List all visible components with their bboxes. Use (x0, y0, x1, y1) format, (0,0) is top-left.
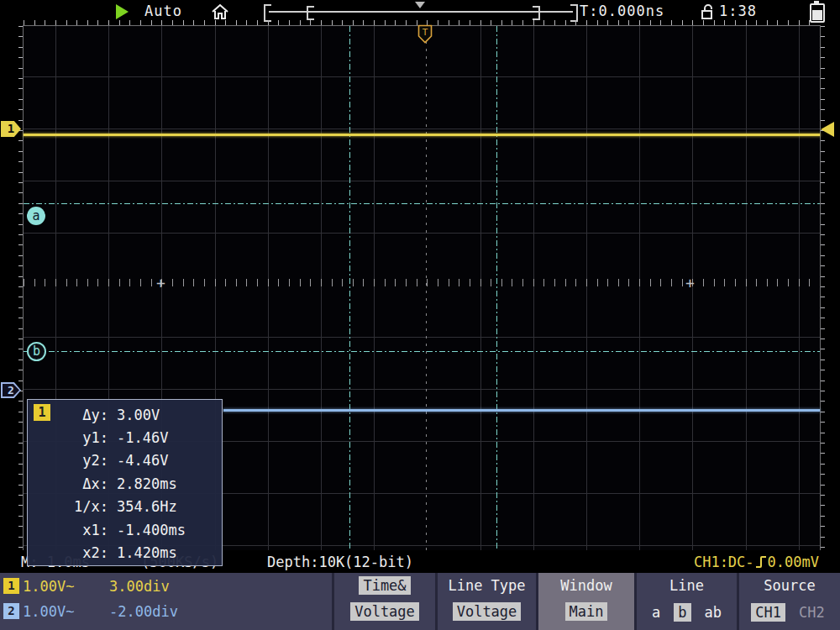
menu-source-option-ch2[interactable]: CH2 (795, 603, 828, 622)
view-window-right-bracket (533, 6, 540, 20)
cursor-measurement-panel: 1 Δy: 3.00V y1: -1.46V y2: -4.46V Δx: 2.… (27, 399, 223, 566)
cursor-row-label: 1/x: (53, 498, 108, 515)
menu-line-option-a[interactable]: a (648, 603, 664, 622)
trigger-flag-icon[interactable]: T (417, 24, 433, 44)
cursor-row-label: x2: (53, 544, 108, 561)
ch2-waveform-trace (223, 409, 820, 412)
cursor-x2-vertical-line[interactable] (496, 26, 497, 551)
rising-edge-icon (754, 554, 768, 570)
menu-line-title: Line (669, 577, 704, 594)
trigger-level-text: 0.00mV (768, 554, 819, 570)
clock-readout: 1:38 (719, 3, 757, 19)
cursor-row-value: 2.820ms (117, 475, 177, 492)
record-depth-readout: Depth:10K(12-bit) (267, 554, 413, 570)
menu-line-option-ab[interactable]: ab (701, 603, 725, 622)
menu-time-voltage-bottom[interactable]: Voltage (350, 602, 419, 621)
cursor-a-horizontal-line[interactable] (24, 203, 820, 204)
cursor-row-value: -1.400ms (117, 522, 186, 538)
cursor-a-badge[interactable]: a (27, 207, 45, 225)
ch1-volts-div: 1.00V~ (23, 578, 74, 595)
ch1-badge[interactable]: 1 (3, 578, 19, 594)
trigger-flag-letter: T (423, 27, 428, 38)
cursor-row-x1: x1: -1.400ms (53, 518, 218, 541)
cursor-row-label: Δy: (53, 407, 108, 423)
ch2-badge[interactable]: 2 (3, 603, 19, 619)
menu-source-title: Source (764, 577, 815, 594)
left-tick-ruler (18, 26, 23, 551)
menu-window-value[interactable]: Main (565, 602, 608, 621)
run-state-icon[interactable] (116, 4, 129, 19)
cursor-row-label: y1: (53, 429, 108, 446)
cursor-row-label: x1: (53, 522, 108, 538)
axis-cross-right: + (685, 277, 695, 288)
menu-time-voltage[interactable]: Time& Voltage (332, 573, 435, 630)
ch2-volts-div: 1.00V~ (23, 603, 74, 620)
right-tick-ruler (821, 26, 825, 551)
cursor-x1-vertical-line[interactable] (349, 26, 350, 551)
ch2-marker-label: 2 (8, 384, 14, 396)
cursor-row-value: 1.420ms (117, 544, 177, 561)
cursor-row-1overx: 1/x: 354.6Hz (53, 496, 218, 518)
ch2-marker-inner: 2 (3, 384, 19, 396)
cursor-b-badge[interactable]: b (27, 342, 46, 361)
oscilloscope-screen: Auto T:0.000ns 1:38 (0, 0, 840, 630)
menu-time-voltage-top[interactable]: Time& (359, 576, 410, 595)
record-bar-right-bracket (570, 4, 578, 22)
cursor-row-value: 3.00V (117, 407, 160, 423)
cursor-row-dx: Δx: 2.820ms (53, 472, 218, 495)
trigger-position-line (426, 26, 427, 551)
trigger-source-text: CH1:DC- (694, 554, 754, 570)
menu-line-option-b[interactable]: b (674, 603, 690, 622)
menu-source-option-ch1[interactable]: CH1 (751, 603, 785, 622)
cursor-row-y2: y2: -4.46V (53, 449, 218, 472)
menu-source[interactable]: Source CH1 CH2 (737, 573, 840, 630)
menu-line-type[interactable]: Line Type Voltage (435, 573, 536, 630)
ch1-waveform-trace (24, 134, 820, 136)
record-position-bar[interactable] (269, 11, 573, 13)
menu-window[interactable]: Window Main (536, 573, 634, 630)
axis-cross-left: + (156, 277, 165, 288)
ch1-position-readout: 3.00div (109, 578, 170, 595)
ch2-position-readout: -2.00div (109, 603, 178, 620)
ch1-trigger-level-marker[interactable] (821, 122, 834, 137)
trigger-status-readout: CH1:DC- 0.00mV (694, 554, 819, 570)
menu-line-type-title: Line Type (448, 577, 525, 594)
cursor-b-horizontal-line[interactable] (24, 351, 820, 352)
ch1-marker-label: 1 (8, 122, 14, 135)
cursor-row-value: -1.46V (117, 429, 168, 446)
cursor-panel-channel-badge: 1 (34, 404, 50, 421)
menu-line[interactable]: Line a b ab (634, 573, 737, 630)
soft-menu-bar: 1 1.00V~ 3.00div 2 1.00V~ -2.00div Time&… (0, 573, 840, 630)
cursor-row-value: 354.6Hz (117, 498, 177, 515)
trigger-mode-label: Auto (144, 3, 182, 19)
menu-window-title: Window (560, 577, 612, 594)
cursor-row-dy: Δy: 3.00V (53, 403, 218, 426)
cursor-row-label: y2: (53, 452, 108, 469)
cursor-row-y1: y1: -1.46V (53, 426, 218, 449)
waveform-display-area: + + T 1 2 (0, 24, 840, 552)
record-bar-left-bracket (264, 4, 271, 22)
cursor-row-x2: x2: 1.420ms (53, 541, 218, 564)
trigger-offset-readout: T:0.000ns (580, 3, 664, 19)
cursor-b-label: b (33, 344, 40, 359)
cursor-row-label: Δx: (53, 475, 108, 492)
trigger-position-marker[interactable] (415, 2, 425, 8)
cursor-readout-rows: Δy: 3.00V y1: -1.46V y2: -4.46V Δx: 2.82… (53, 403, 218, 564)
cursor-a-label: a (32, 208, 39, 223)
menu-line-type-value[interactable]: Voltage (453, 602, 522, 621)
horizontal-center-axis (24, 279, 820, 286)
cursor-row-value: -4.46V (117, 452, 168, 469)
view-window-left-bracket (307, 6, 314, 20)
